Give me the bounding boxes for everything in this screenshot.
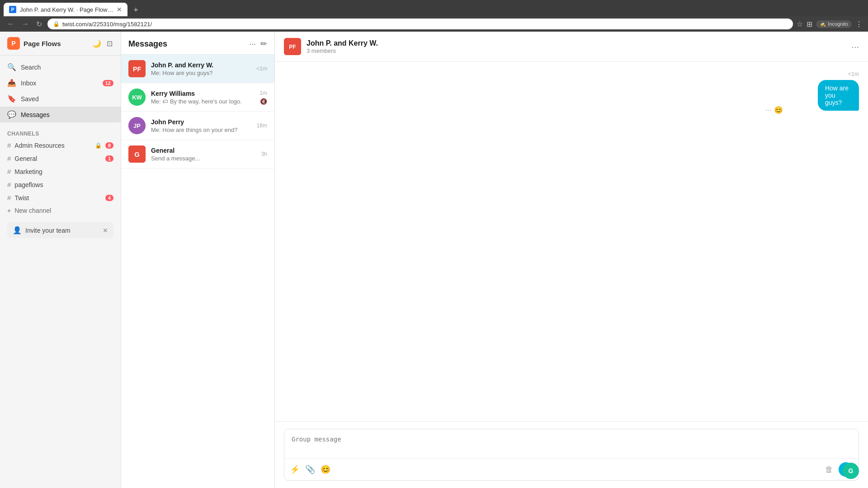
delete-button[interactable]: 🗑: [825, 465, 833, 474]
channel-hash-icon: #: [7, 141, 11, 149]
moon-button[interactable]: 🌙: [91, 38, 102, 49]
refresh-button[interactable]: ↻: [34, 19, 44, 29]
chat-header-avatar: PF: [284, 38, 301, 55]
bookmark-button[interactable]: ☆: [797, 20, 803, 28]
chat-message-actions: ··· 😊: [765, 106, 783, 114]
conversation-meta-john-kerry: <1m: [256, 66, 267, 72]
bolt-button[interactable]: ⚡: [290, 465, 300, 474]
sidebar-item-inbox[interactable]: 📥 Inbox 12: [0, 75, 121, 91]
tab-close-icon[interactable]: ✕: [117, 6, 122, 13]
channel-badge-admin-resources: 8: [105, 142, 113, 149]
address-bar[interactable]: 🔒 twist.com/a/225310/msg/1582121/: [47, 19, 793, 29]
sidebar: P Page Flows 🌙 ⊡ 🔍 Search 📥 Inbox 12 🔖 S…: [0, 32, 121, 488]
inbox-nav-label: Inbox: [21, 80, 36, 87]
svg-text:G: G: [134, 150, 140, 158]
messages-compose-button[interactable]: ✏: [260, 39, 267, 49]
conversation-meta-john-perry: 18m: [257, 122, 267, 129]
chat-input-area: ⚡ 📎 😊 🗑 ➤: [275, 421, 868, 488]
chat-info: John P. and Kerry W. 3 members: [307, 39, 846, 54]
chat-more-actions-button[interactable]: ···: [765, 106, 771, 114]
inbox-badge: 12: [103, 80, 113, 86]
chat-message-input[interactable]: [284, 429, 859, 456]
browser-tabs: P John P. and Kerry W. · Page Flow… ✕ +: [0, 0, 868, 16]
channel-name-twist: Twist: [14, 194, 102, 202]
messages-more-button[interactable]: ···: [249, 39, 256, 49]
forward-button[interactable]: →: [20, 19, 31, 29]
invite-team-label: Invite your team: [25, 227, 99, 234]
conversation-content-john-perry: John Perry Me: How are things on your en…: [151, 118, 251, 133]
chat-message-wrapper: ··· 😊 <1m How are you guys?: [284, 71, 859, 114]
sidebar-item-search[interactable]: 🔍 Search: [0, 59, 121, 75]
active-tab[interactable]: P John P. and Kerry W. · Page Flow… ✕: [4, 3, 127, 16]
channel-item-marketing[interactable]: # Marketing: [0, 165, 121, 178]
conversation-name-general: General: [151, 147, 256, 154]
mute-icon-kerry: 🔇: [260, 98, 267, 105]
emoji-button[interactable]: 😊: [321, 465, 330, 474]
conversation-preview-john-perry: Me: How are things on your end?: [151, 127, 251, 133]
avatar-general: G: [128, 145, 146, 163]
sidebar-item-messages[interactable]: 💬 Messages: [0, 107, 121, 122]
incognito-label: Incognito: [828, 21, 848, 27]
invite-team-banner[interactable]: 👤 Invite your team ✕: [7, 222, 113, 238]
incognito-badge: 🕵 Incognito: [816, 20, 852, 28]
conversation-time-kerry-williams: 1m: [259, 90, 267, 96]
channel-item-pageflows[interactable]: # pageflows: [0, 178, 121, 191]
channels-list: # Admin Resources 🔒 8 # General 1 # Mark…: [0, 139, 121, 217]
sidebar-header-actions: 🌙 ⊡: [91, 38, 113, 49]
grammarly-badge[interactable]: G: [843, 463, 859, 479]
channel-item-admin-resources[interactable]: # Admin Resources 🔒 8: [0, 139, 121, 152]
sidebar-item-saved[interactable]: 🔖 Saved: [0, 91, 121, 107]
browser-chrome: P John P. and Kerry W. · Page Flow… ✕ + …: [0, 0, 868, 32]
invite-team-close-icon[interactable]: ✕: [103, 227, 108, 234]
chat-header: PF John P. and Kerry W. 3 members ···: [275, 32, 868, 62]
chat-members: 3 members: [307, 47, 846, 54]
channels-section-title: Channels: [0, 126, 121, 139]
channel-name-marketing: Marketing: [14, 168, 113, 175]
svg-text:JP: JP: [133, 122, 141, 129]
browser-actions: ☆ ⊞ 🕵 Incognito ⋮: [797, 20, 863, 28]
conversation-name-john-kerry: John P. and Kerry W.: [151, 61, 251, 69]
new-channel-button[interactable]: + New channel: [0, 204, 121, 217]
grid-button[interactable]: ⊞: [807, 20, 812, 28]
conversation-item-john-kerry[interactable]: PF John P. and Kerry W. Me: How are you …: [121, 55, 274, 83]
channel-badge-general: 1: [105, 155, 113, 162]
conversation-time-john-kerry: <1m: [256, 66, 267, 72]
channel-hash-icon: #: [7, 194, 11, 202]
incognito-icon: 🕵: [820, 21, 826, 27]
conversation-content-kerry-williams: Kerry Williams Me: 🏷 By the way, here's …: [151, 90, 254, 105]
saved-nav-label: Saved: [21, 95, 39, 103]
channel-item-twist[interactable]: # Twist 4: [0, 191, 121, 204]
chat-message-time: <1m: [790, 71, 859, 77]
channel-hash-icon: #: [7, 181, 11, 188]
conversation-meta-kerry-williams: 1m 🔇: [259, 90, 267, 105]
messages-header-actions: ··· ✏: [249, 39, 267, 49]
channel-item-general[interactable]: # General 1: [0, 152, 121, 165]
url-text: twist.com/a/225310/msg/1582121/: [62, 21, 152, 28]
chat-name: John P. and Kerry W.: [307, 39, 846, 47]
chat-more-button[interactable]: ···: [851, 42, 859, 52]
conversation-item-john-perry[interactable]: JP John Perry Me: How are things on your…: [121, 112, 274, 140]
workspace-name: Page Flows: [24, 40, 88, 47]
conversation-preview-john-kerry: Me: How are you guys?: [151, 70, 251, 76]
chat-emoji-react-button[interactable]: 😊: [774, 106, 783, 114]
channel-name-pageflows: pageflows: [14, 181, 113, 188]
channel-hash-icon: #: [7, 155, 11, 162]
layout-button[interactable]: ⊡: [106, 38, 113, 49]
back-button[interactable]: ←: [5, 19, 16, 29]
conversation-time-general: 3h: [261, 151, 267, 157]
conversation-item-kerry-williams[interactable]: KW Kerry Williams Me: 🏷 By the way, here…: [121, 83, 274, 112]
avatar-john-perry: JP: [128, 117, 146, 134]
chat-panel: PF John P. and Kerry W. 3 members ··· ··…: [275, 32, 868, 488]
conversation-name-john-perry: John Perry: [151, 118, 251, 126]
conversation-time-john-perry: 18m: [257, 122, 267, 129]
conversation-item-general[interactable]: G General Send a message... 3h: [121, 140, 274, 169]
message-list: PF John P. and Kerry W. Me: How are you …: [121, 55, 274, 488]
attachment-button[interactable]: 📎: [305, 465, 315, 474]
conversation-content-john-kerry: John P. and Kerry W. Me: How are you guy…: [151, 61, 251, 76]
avatar-kerry-williams: KW: [128, 89, 146, 106]
conversation-meta-general: 3h: [261, 151, 267, 157]
chat-input-box: ⚡ 📎 😊 🗑 ➤: [284, 429, 859, 481]
new-tab-button[interactable]: +: [129, 4, 142, 16]
messages-panel-title: Messages: [128, 39, 249, 49]
extensions-button[interactable]: ⋮: [855, 20, 863, 28]
